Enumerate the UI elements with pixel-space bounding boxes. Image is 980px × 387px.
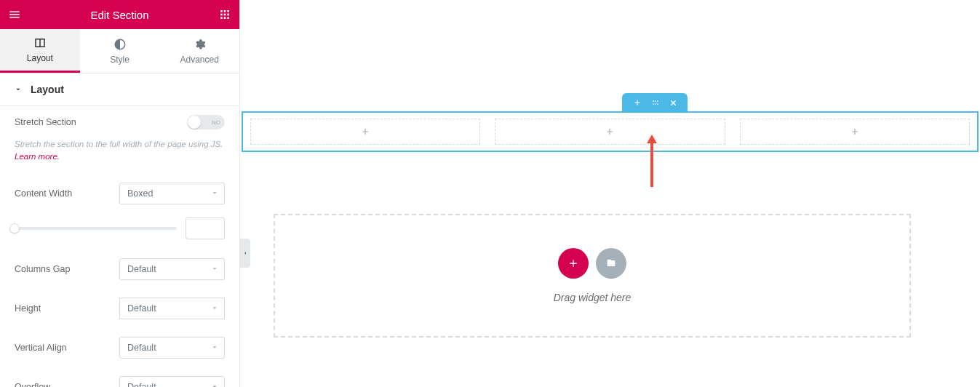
section-heading-layout[interactable]: Layout [0,73,239,106]
tab-advanced-label: Advanced [180,55,218,65]
menu-icon[interactable] [7,7,22,22]
tab-layout-label: Layout [27,53,53,63]
overflow-label: Overflow [15,382,50,388]
control-height: Height Default [0,289,239,328]
slider-thumb[interactable] [9,223,20,234]
editor-panel: Edit Section Layout Style Advanced Layou… [0,0,240,387]
columns-gap-label: Columns Gap [15,264,70,274]
svg-rect-5 [227,14,229,16]
stretch-toggle[interactable]: NO [187,115,225,129]
svg-rect-7 [224,17,226,19]
drag-section-handle[interactable] [650,99,661,106]
svg-point-12 [653,103,654,105]
delete-section-button[interactable] [669,99,677,107]
selected-section-columns[interactable] [242,111,979,152]
tab-layout[interactable]: Layout [0,29,80,73]
height-label: Height [15,303,41,314]
panel-tabs: Layout Style Advanced [0,29,239,73]
control-columns-gap: Columns Gap Default [0,250,239,289]
control-vertical-align: Vertical Align Default [0,328,239,367]
svg-rect-4 [224,14,226,16]
widgets-grid-icon[interactable] [218,7,232,22]
add-section-button[interactable] [633,98,642,107]
tab-style-label: Style [110,55,130,65]
svg-rect-2 [227,10,229,12]
add-widget-button[interactable] [558,248,589,279]
caret-down-icon [15,84,22,95]
svg-point-11 [657,100,658,102]
control-stretch-section: Stretch Section NO [0,106,239,138]
annotation-arrow-icon [645,135,659,189]
svg-point-14 [657,103,658,105]
svg-rect-6 [220,17,223,19]
stretch-learn-more-link[interactable]: Learn more. [15,152,60,161]
toggle-label: NO [212,119,220,126]
stretch-hint-text: Stretch the section to the full width of… [15,140,223,148]
width-slider-row [0,213,239,250]
svg-rect-1 [224,10,226,12]
toggle-knob [188,116,201,129]
drag-hint-label: Drag widget here [554,292,632,303]
svg-point-13 [655,103,656,105]
column-dropzone-1[interactable] [250,119,480,145]
control-overflow: Overflow Default [0,367,239,388]
columns-gap-select[interactable]: Default [119,258,225,280]
width-slider-input[interactable] [186,218,225,239]
svg-rect-8 [227,17,229,19]
svg-point-10 [655,100,656,102]
stretch-label: Stretch Section [15,117,76,127]
section-handle-tab [622,93,688,112]
stretch-hint: Stretch the section to the full width of… [0,138,239,174]
height-select[interactable]: Default [119,298,225,319]
panel-header: Edit Section [0,0,239,29]
svg-point-9 [653,100,654,102]
add-template-button[interactable] [596,248,626,279]
tab-style[interactable]: Style [80,29,160,73]
section-heading-label: Layout [31,84,64,95]
overflow-select[interactable]: Default [119,376,225,388]
control-content-width: Content Width Boxed [0,174,239,213]
column-dropzone-3[interactable] [740,119,970,145]
vertical-align-label: Vertical Align [15,343,67,353]
content-width-select[interactable]: Boxed [119,183,225,204]
collapse-panel-handle[interactable] [240,239,250,268]
panel-title: Edit Section [22,9,218,21]
svg-rect-0 [220,10,223,12]
svg-rect-3 [220,14,223,16]
width-slider[interactable] [15,227,177,230]
empty-section-dropzone[interactable]: Drag widget here [274,214,911,338]
dropzone-buttons [558,248,626,279]
canvas-area: Drag widget here [240,0,980,387]
column-dropzone-2[interactable] [495,119,725,145]
tab-advanced[interactable]: Advanced [159,29,239,73]
controls-container: Stretch Section NO Stretch the section t… [0,106,239,387]
content-width-label: Content Width [15,188,72,199]
vertical-align-select[interactable]: Default [119,337,225,359]
